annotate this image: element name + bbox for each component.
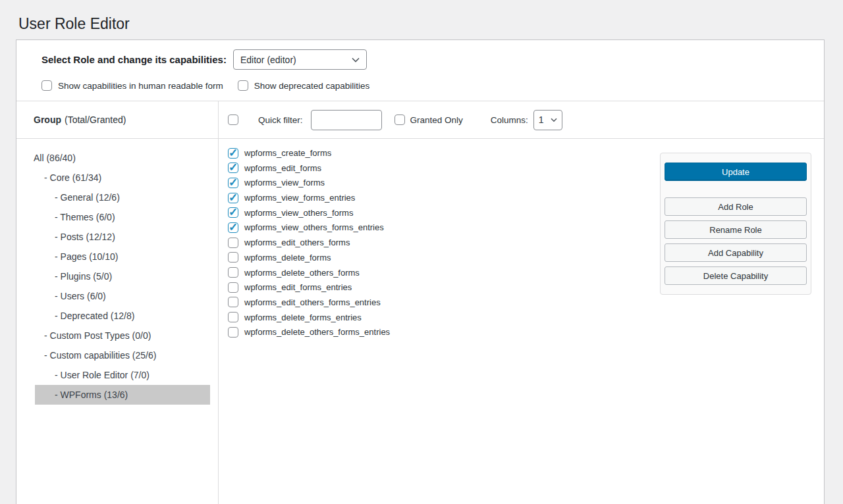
chevron-down-icon xyxy=(352,57,360,63)
capability-label: wpforms_edit_forms xyxy=(244,163,321,173)
capability-checkbox[interactable] xyxy=(228,178,238,188)
group-item-wpforms[interactable]: - WPForms (13/6) xyxy=(35,385,210,405)
quick-filter-label: Quick filter: xyxy=(258,115,303,125)
group-item-deprecated[interactable]: - Deprecated (12/8) xyxy=(16,306,218,326)
capability-checkbox[interactable] xyxy=(228,148,238,159)
capability-label: wpforms_view_forms xyxy=(244,178,325,188)
capability-label: wpforms_delete_others_forms xyxy=(244,268,360,278)
add-capability-button[interactable]: Add Capability xyxy=(665,243,807,262)
chevron-down-icon xyxy=(551,118,557,122)
capability-checkbox[interactable] xyxy=(228,252,238,263)
capability-label: wpforms_edit_others_forms xyxy=(244,238,350,247)
delete-capability-button[interactable]: Delete Capability xyxy=(665,266,807,285)
capability-row: wpforms_delete_forms_entries xyxy=(228,312,824,323)
columns-select-value: 1 xyxy=(539,114,544,125)
capability-checkbox[interactable] xyxy=(228,327,238,338)
capability-checkbox[interactable] xyxy=(228,222,238,233)
group-item-custom-capabilities[interactable]: - Custom capabilities (25/6) xyxy=(16,345,218,365)
columns-select[interactable]: 1 xyxy=(533,110,562,130)
actions-box: Update Add RoleRename RoleAdd Capability… xyxy=(660,153,811,295)
group-item-custom-post-types[interactable]: - Custom Post Types (0/0) xyxy=(16,326,218,345)
filter-bar: Quick filter: Granted Only Columns: 1 xyxy=(219,101,824,139)
user-role-editor-panel: Select Role and change its capabilities:… xyxy=(16,39,825,504)
group-item-all[interactable]: All (86/40) xyxy=(16,148,218,168)
capability-row: wpforms_delete_others_forms_entries xyxy=(228,326,824,338)
secondary-buttons: Add RoleRename RoleAdd CapabilityDelete … xyxy=(665,197,807,285)
capability-checkbox[interactable] xyxy=(228,297,238,307)
deprecated-checkbox[interactable] xyxy=(238,80,248,91)
capability-label: wpforms_view_others_forms xyxy=(244,208,353,218)
content-area: Group (Total/Granted) All (86/40)- Core … xyxy=(16,101,824,504)
capability-row: wpforms_edit_others_forms_entries xyxy=(228,297,824,308)
capability-label: wpforms_delete_forms xyxy=(244,253,331,263)
rename-role-button[interactable]: Rename Role xyxy=(665,220,807,239)
role-select-value: Editor (editor) xyxy=(240,55,296,65)
quick-filter-input[interactable] xyxy=(311,110,382,130)
capability-checkbox[interactable] xyxy=(228,238,238,248)
group-item-pages[interactable]: - Pages (10/10) xyxy=(16,247,218,266)
capability-label: wpforms_delete_others_forms_entries xyxy=(244,327,390,337)
role-row: Select Role and change its capabilities:… xyxy=(41,49,811,70)
update-button[interactable]: Update xyxy=(665,163,807,181)
capability-label: wpforms_create_forms xyxy=(244,148,331,158)
human-readable-checkbox[interactable] xyxy=(41,80,52,91)
group-item-plugins[interactable]: - Plugins (5/0) xyxy=(16,266,218,286)
group-item-themes[interactable]: - Themes (6/0) xyxy=(16,207,218,227)
capability-checkbox[interactable] xyxy=(228,163,238,173)
role-select[interactable]: Editor (editor) xyxy=(233,49,367,70)
capability-label: wpforms_edit_forms_entries xyxy=(244,282,352,292)
group-item-core[interactable]: - Core (61/34) xyxy=(16,168,218,188)
group-item-user-role-editor[interactable]: - User Role Editor (7/0) xyxy=(16,365,218,385)
select-all-checkbox[interactable] xyxy=(228,114,238,125)
page-title: User Role Editor xyxy=(0,0,843,34)
capability-label: wpforms_view_forms_entries xyxy=(244,193,355,203)
granted-only-checkbox[interactable] xyxy=(394,114,405,125)
groups-header-suffix: (Total/Granted) xyxy=(65,114,126,125)
deprecated-option: Show deprecated capabilities xyxy=(238,80,370,91)
add-role-button[interactable]: Add Role xyxy=(665,197,807,216)
capability-checkbox[interactable] xyxy=(228,207,238,218)
deprecated-label: Show deprecated capabilities xyxy=(254,81,370,91)
select-role-label: Select Role and change its capabilities: xyxy=(41,54,227,65)
capability-label: wpforms_view_others_forms_entries xyxy=(244,222,384,232)
capability-checkbox[interactable] xyxy=(228,282,238,293)
group-item-posts[interactable]: - Posts (12/12) xyxy=(16,227,218,247)
group-item-users[interactable]: - Users (6/0) xyxy=(16,286,218,306)
capabilities-column: Quick filter: Granted Only Columns: 1 wp… xyxy=(219,101,824,504)
capability-checkbox[interactable] xyxy=(228,193,238,203)
options-row: Show capabilities in human readable form… xyxy=(41,80,811,91)
groups-header-title: Group xyxy=(34,114,61,125)
capability-checkbox[interactable] xyxy=(228,267,238,278)
top-section: Select Role and change its capabilities:… xyxy=(16,40,824,101)
group-item-general[interactable]: - General (12/6) xyxy=(16,188,218,207)
human-readable-option: Show capabilities in human readable form xyxy=(41,80,223,91)
columns-label: Columns: xyxy=(491,115,528,125)
group-tree: All (86/40)- Core (61/34)- General (12/6… xyxy=(16,148,218,405)
groups-column: Group (Total/Granted) All (86/40)- Core … xyxy=(16,101,219,504)
groups-header: Group (Total/Granted) xyxy=(16,101,218,139)
human-readable-label: Show capabilities in human readable form xyxy=(58,81,223,91)
capability-checkbox[interactable] xyxy=(228,312,238,322)
capability-label: wpforms_edit_others_forms_entries xyxy=(244,297,381,307)
granted-only-label: Granted Only xyxy=(410,115,463,125)
capability-label: wpforms_delete_forms_entries xyxy=(244,313,362,322)
